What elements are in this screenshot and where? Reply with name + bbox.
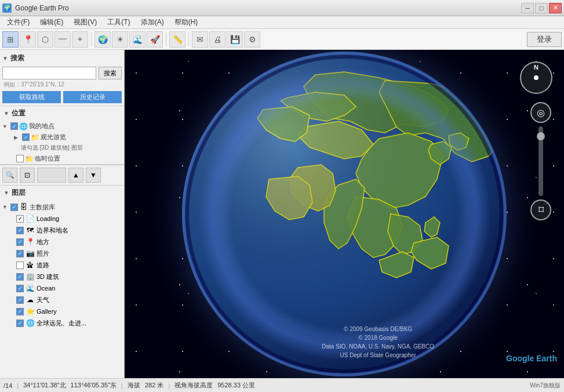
- temp-places-item[interactable]: 📁 临时位置: [0, 153, 124, 164]
- copyright-line1: © 2009 Geobasis DE/BKG: [322, 325, 434, 333]
- layer-borders-checkbox[interactable]: ✓: [16, 227, 24, 234]
- close-button[interactable]: ✕: [549, 3, 562, 13]
- search-hint: 例如：37°25'19.1"N, 12: [2, 81, 122, 89]
- zoom-shovel-button[interactable]: ⌑: [530, 199, 551, 220]
- layer-photos-checkbox[interactable]: ✓: [16, 250, 24, 257]
- status-view-elevation: 9528.33 公里: [217, 381, 255, 390]
- tb-ocean-button[interactable]: 🌊: [129, 31, 145, 48]
- tb-space-button[interactable]: 🚀: [147, 31, 163, 48]
- copyright-overlay: © 2009 Geobasis DE/BKG © 2018 Google Dat…: [322, 325, 434, 360]
- my-places-label: 我的地点: [29, 122, 54, 130]
- tour-checkbox[interactable]: ✓: [22, 133, 30, 141]
- tb-placemark-button[interactable]: 📍: [20, 31, 36, 48]
- nav-down-button[interactable]: ▼: [86, 168, 101, 183]
- menu-view[interactable]: 视图(V): [69, 16, 101, 28]
- tb-polygon-button[interactable]: ⬡: [37, 31, 53, 48]
- tour-icon: 📁: [31, 133, 39, 141]
- tb-ruler-button[interactable]: 📏: [169, 31, 185, 48]
- menu-help[interactable]: 帮助(H): [170, 16, 203, 28]
- search-button[interactable]: 搜索: [99, 67, 122, 79]
- tb-sun-button[interactable]: ☀: [112, 31, 128, 48]
- app-icon: 🌍: [2, 3, 12, 13]
- history-button[interactable]: 历史记录: [63, 91, 122, 103]
- view-button[interactable]: ⊡: [20, 168, 35, 183]
- layer-photos[interactable]: ✓ 📷 照片: [0, 248, 124, 259]
- nav-up-button[interactable]: ▲: [68, 168, 83, 183]
- main-db-label: 主数据库: [30, 203, 55, 212]
- layer-weather[interactable]: ✓ ☁ 天气: [0, 294, 124, 306]
- tb-settings-button[interactable]: ⚙: [244, 31, 260, 48]
- toolbar-separator-1: [91, 32, 92, 46]
- title-bar: 🌍 Google Earth Pro ─ □ ✕: [0, 0, 564, 16]
- main-db-checkbox[interactable]: ✓: [10, 204, 18, 211]
- layer-weather-checkbox[interactable]: ✓: [16, 296, 24, 304]
- search-nav-buttons: 获取路线 历史记录: [2, 91, 122, 103]
- tb-save-button[interactable]: 💾: [227, 31, 243, 48]
- layer-gallery[interactable]: ✓ ⭐ Gallery: [0, 306, 124, 317]
- layer-3d-buildings[interactable]: ✓ 🏢 3D 建筑: [0, 271, 124, 282]
- my-places-item[interactable]: ▼ ✓ 🌐 我的地点: [0, 121, 124, 132]
- position-collapse-icon: ▼: [3, 110, 9, 117]
- tb-email-button[interactable]: ✉: [192, 31, 208, 48]
- tour-item[interactable]: ▶ ✓ 📁 观光游览: [0, 132, 124, 143]
- status-elevation-label: 海拔: [128, 381, 140, 390]
- menu-add[interactable]: 添加(A): [136, 16, 169, 28]
- zoom-slider[interactable]: [538, 126, 543, 196]
- left-panel: ▼ 搜索 搜索 例如：37°25'19.1"N, 12 获取路线 历史记录 ▼ …: [0, 50, 125, 378]
- temp-places-checkbox[interactable]: [16, 155, 24, 162]
- layer-borders[interactable]: ✓ 🗺 边界和地名: [0, 224, 124, 236]
- zoom-control: ◎ ⌑: [530, 102, 551, 220]
- tour-hint: 请勾选 [3D 建筑物] 图层: [21, 144, 83, 152]
- layer-roads-icon: 🛣: [26, 260, 35, 270]
- tb-nav-button[interactable]: ⊞: [2, 31, 19, 48]
- layer-roads[interactable]: 🛣 道路: [0, 259, 124, 271]
- my-places-checkbox[interactable]: ✓: [10, 122, 18, 130]
- zoom-out-button[interactable]: ◎: [530, 102, 551, 123]
- ge-logo-earth: Earth: [536, 354, 557, 363]
- layers-header[interactable]: ▼ 图层: [0, 186, 124, 200]
- layers-section: ▼ 图层 ▼ ✓ 🗄 主数据库 ✓ 📄 Loading ✓: [0, 186, 124, 378]
- search-place-button[interactable]: [37, 168, 66, 183]
- compass-ring: N: [520, 61, 552, 94]
- maximize-button[interactable]: □: [535, 3, 548, 13]
- map-area[interactable]: N ◎ ⌑ © 2009 Geobasis DE/BKG © 2018 Goog…: [125, 50, 564, 378]
- zoom-in-small-button[interactable]: 🔍: [2, 168, 17, 183]
- ge-logo-google: Google: [506, 354, 536, 363]
- layer-ocean-icon: 🌊: [26, 284, 35, 293]
- layer-roads-checkbox[interactable]: [16, 262, 24, 269]
- layer-loading-icon: 📄: [26, 214, 35, 223]
- search-input[interactable]: [2, 67, 96, 79]
- layer-3d-checkbox[interactable]: ✓: [16, 273, 24, 281]
- layer-gallery-checkbox[interactable]: ✓: [16, 308, 24, 315]
- compass-dot: [534, 75, 538, 80]
- zoom-handle[interactable]: [537, 132, 545, 140]
- layer-loading-label: Loading: [37, 215, 59, 222]
- get-route-button[interactable]: 获取路线: [2, 91, 61, 103]
- tb-earth-button[interactable]: 🌍: [94, 31, 111, 48]
- layer-ocean[interactable]: ✓ 🌊 Ocean: [0, 282, 124, 294]
- nav-buttons-row: 🔍 ⊡ ▲ ▼: [0, 165, 124, 186]
- main-db-item[interactable]: ▼ ✓ 🗄 主数据库: [0, 201, 124, 213]
- compass[interactable]: N: [520, 61, 552, 94]
- tb-measure-button[interactable]: ⌖: [72, 31, 88, 48]
- layer-loading[interactable]: ✓ 📄 Loading: [0, 213, 124, 224]
- menu-file[interactable]: 文件(F): [2, 16, 34, 28]
- minimize-button[interactable]: ─: [521, 3, 534, 13]
- layer-places-checkbox[interactable]: ✓: [16, 238, 24, 246]
- layer-places[interactable]: ✓ 📍 地方: [0, 236, 124, 248]
- layer-borders-label: 边界和地名: [37, 226, 68, 235]
- layer-more[interactable]: ✓ 🌐 全球远见、走进...: [0, 317, 124, 329]
- layer-weather-icon: ☁: [26, 295, 35, 304]
- position-header[interactable]: ▼ 位置: [0, 106, 124, 121]
- layer-more-checkbox[interactable]: ✓: [16, 320, 24, 327]
- menu-tools[interactable]: 工具(T): [103, 16, 134, 28]
- login-button[interactable]: 登录: [527, 32, 562, 47]
- menu-edit[interactable]: 编辑(E): [35, 16, 68, 28]
- search-header[interactable]: ▼ 搜索: [2, 52, 122, 64]
- layer-loading-checkbox[interactable]: ✓: [16, 215, 24, 223]
- layer-ocean-checkbox[interactable]: ✓: [16, 285, 24, 292]
- tb-print-button[interactable]: 🖨: [209, 31, 225, 48]
- layer-places-icon: 📍: [26, 237, 35, 246]
- tb-path-button[interactable]: 〰: [54, 31, 71, 48]
- status-lat: 34°11'01.38"北: [23, 381, 66, 390]
